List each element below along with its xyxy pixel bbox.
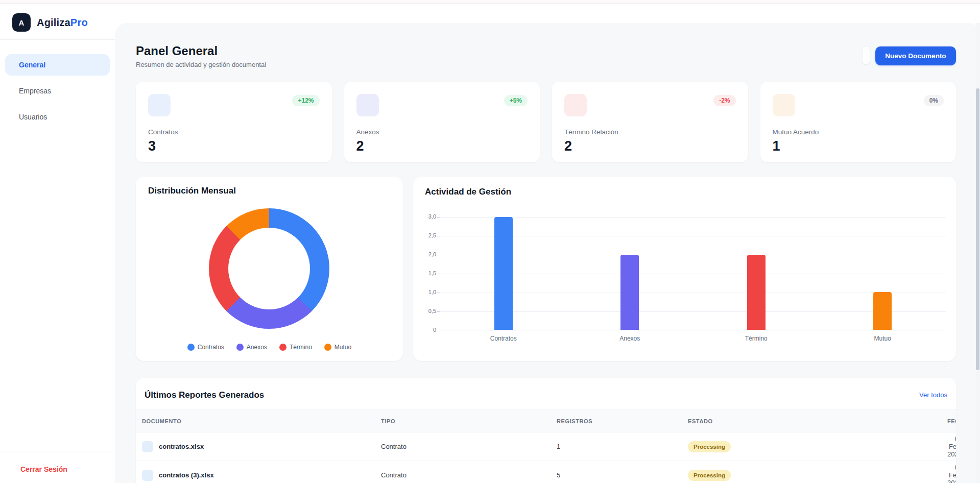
status-badge: Processing xyxy=(688,470,731,481)
chart-legend: Contratos Anexos Término Mutuo xyxy=(136,344,403,351)
chart-title: Distribución Mensual xyxy=(148,186,236,196)
col-fecha: FECHA xyxy=(947,418,956,424)
x-tick: Término xyxy=(693,335,820,342)
reports-table-card: Últimos Reportes Generados Ver todos DOC… xyxy=(136,378,956,483)
scrollbar-thumb[interactable] xyxy=(976,88,979,370)
bar-termino[interactable] xyxy=(747,255,766,330)
brand-name: AgilizaPro xyxy=(37,17,88,29)
brand-name-primary: Agiliza xyxy=(37,17,70,28)
sidebar-nav: General Empresas Usuarios xyxy=(5,54,110,128)
legend-dot xyxy=(324,344,331,351)
bar-plot-area xyxy=(440,217,946,330)
cell-tipo: Contrato xyxy=(381,471,557,479)
stat-card-mutuo: 0% Mutuo Acuerdo 1 xyxy=(760,82,957,162)
stat-value: 3 xyxy=(148,138,320,154)
bars xyxy=(440,217,946,330)
sidebar-item-usuarios[interactable]: Usuarios xyxy=(5,106,110,128)
logout-divider xyxy=(0,452,115,452)
monthly-distribution-card: Distribución Mensual Contratos Anexos Té… xyxy=(136,177,403,361)
x-tick: Contratos xyxy=(440,335,567,342)
top-strip xyxy=(0,0,980,4)
bar-anexos[interactable] xyxy=(620,255,639,330)
bar-contratos[interactable] xyxy=(494,217,513,330)
donut-chart[interactable] xyxy=(209,208,329,329)
x-tick: Mutuo xyxy=(820,335,946,342)
cell-registros: 1 xyxy=(557,443,688,450)
cell-fecha: 06 Feb, 2026 xyxy=(947,464,956,483)
document-name: contratos (3).xlsx xyxy=(159,471,214,479)
brand-logo: A AgilizaPro xyxy=(12,13,88,32)
stat-label: Anexos xyxy=(356,128,528,136)
stat-label: Mutuo Acuerdo xyxy=(773,128,944,136)
stats-row: +12% Contratos 3 +5% Anexos 2 -2% Términ… xyxy=(136,82,956,162)
document-name: contratos.xlsx xyxy=(159,443,204,450)
y-tick: 1,0 xyxy=(415,289,436,295)
agreement-icon xyxy=(773,94,795,116)
stat-card-contratos: +12% Contratos 3 xyxy=(136,82,332,162)
bar-mutuo[interactable] xyxy=(873,292,892,330)
stat-delta-badge: -2% xyxy=(713,95,735,106)
termination-icon xyxy=(564,94,587,116)
table-title: Últimos Reportes Generados xyxy=(145,390,264,400)
file-icon xyxy=(142,441,153,452)
stat-delta-badge: 0% xyxy=(924,95,944,106)
stat-value: 1 xyxy=(773,138,944,154)
y-tick: 1,5 xyxy=(415,270,436,276)
cell-fecha: 09 Feb, 2026 xyxy=(947,435,956,458)
cell-tipo: Contrato xyxy=(381,443,557,450)
table-header-row: DOCUMENTO TIPO REGISTROS ESTADO FECHA xyxy=(136,409,956,432)
scrollbar-track[interactable] xyxy=(975,23,980,483)
x-axis-labels: Contratos Anexos Término Mutuo xyxy=(440,335,946,342)
y-axis-labels: 3,0 2,5 2,0 1,5 1,0 0,5 0 xyxy=(415,217,436,330)
stat-card-termino: -2% Término Relación 2 xyxy=(552,82,748,162)
logout-link[interactable]: Cerrar Sesión xyxy=(20,465,67,473)
legend-item-contratos[interactable]: Contratos xyxy=(187,344,224,351)
page-subtitle: Resumen de actividad y gestión documenta… xyxy=(136,61,266,68)
stat-card-anexos: +5% Anexos 2 xyxy=(344,82,540,162)
sidebar-item-general[interactable]: General xyxy=(5,54,110,76)
col-estado: ESTADO xyxy=(688,418,947,424)
col-registros: REGISTROS xyxy=(557,418,688,424)
legend-label: Mutuo xyxy=(334,344,351,351)
legend-item-mutuo[interactable]: Mutuo xyxy=(324,344,351,351)
cell-registros: 5 xyxy=(557,471,688,479)
stat-value: 2 xyxy=(564,138,736,154)
y-tick: 3,0 xyxy=(415,213,436,220)
legend-item-anexos[interactable]: Anexos xyxy=(236,344,267,351)
table-row: contratos (3).xlsx Contrato 5 Processing… xyxy=(136,461,956,483)
legend-label: Término xyxy=(290,344,312,351)
y-tick: 0,5 xyxy=(415,308,436,314)
sidebar-item-empresas[interactable]: Empresas xyxy=(5,80,110,102)
stat-delta-badge: +12% xyxy=(292,95,319,106)
status-badge: Processing xyxy=(688,441,731,452)
legend-label: Anexos xyxy=(247,344,267,351)
stat-value: 2 xyxy=(356,138,528,154)
app-window: A AgilizaPro General Empresas Usuarios C… xyxy=(0,0,980,483)
page-title: Panel General xyxy=(136,44,218,58)
chart-title: Actividad de Gestión xyxy=(425,187,511,197)
sidebar: A AgilizaPro General Empresas Usuarios C… xyxy=(0,4,115,483)
brand-name-accent: Pro xyxy=(70,17,88,28)
stat-delta-badge: +5% xyxy=(504,95,528,106)
y-tick: 2,0 xyxy=(415,251,436,257)
logo-icon: A xyxy=(12,13,31,32)
file-icon xyxy=(142,470,153,481)
legend-dot xyxy=(187,344,195,351)
legend-label: Contratos xyxy=(198,344,224,351)
y-tick: 2,5 xyxy=(415,232,436,238)
stat-label: Término Relación xyxy=(564,128,736,136)
x-tick: Anexos xyxy=(567,335,694,342)
sidebar-divider xyxy=(0,39,115,40)
legend-dot xyxy=(279,344,286,351)
table-row: contratos.xlsx Contrato 1 Processing 09 … xyxy=(136,432,956,461)
activity-chart-card: Actividad de Gestión 3,0 2,5 2,0 1,5 1,0… xyxy=(413,177,956,361)
col-tipo: TIPO xyxy=(381,418,557,424)
new-document-button[interactable]: Nuevo Documento xyxy=(875,46,956,65)
legend-dot xyxy=(236,344,244,351)
legend-item-termino[interactable]: Término xyxy=(279,344,312,351)
col-documento: DOCUMENTO xyxy=(142,418,381,424)
stat-label: Contratos xyxy=(148,128,320,136)
view-all-link[interactable]: Ver todos xyxy=(919,391,947,399)
toolbar-pill[interactable] xyxy=(862,46,870,65)
y-tick: 0 xyxy=(415,327,436,333)
